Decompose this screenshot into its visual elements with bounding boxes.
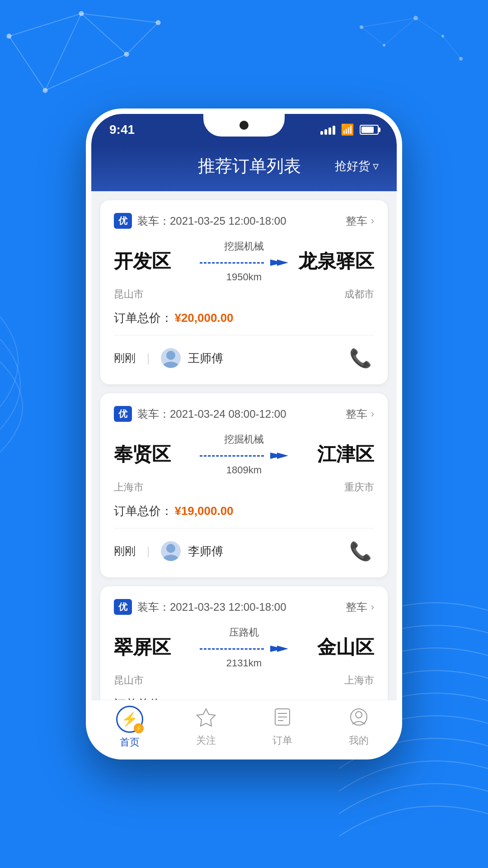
status-icons: 📶 bbox=[320, 123, 379, 136]
from-sub-city: 上海市 bbox=[114, 481, 195, 494]
route-line bbox=[200, 256, 288, 269]
route-row: 翠屏区 压路机 2131km 金山区 bbox=[114, 626, 374, 669]
svg-point-40 bbox=[356, 712, 362, 718]
nav-label-follow: 关注 bbox=[196, 734, 216, 747]
wifi-icon: 📶 bbox=[341, 123, 354, 136]
route-line bbox=[200, 449, 288, 462]
card-type: 整车 › bbox=[346, 600, 374, 614]
svg-line-1 bbox=[81, 14, 127, 54]
driver-avatar bbox=[161, 348, 181, 368]
signal-icon bbox=[320, 125, 335, 135]
lightning-badge: ⚡ bbox=[134, 723, 144, 733]
price-row: 订单总价： ¥19,000.00 bbox=[114, 503, 374, 519]
route-arrow-icon bbox=[266, 642, 288, 656]
svg-line-17 bbox=[361, 27, 384, 45]
order-list: 优 装车：2021-03-25 12:00-18:00 整车 › 开发区 挖掘机… bbox=[91, 191, 397, 700]
card-type: 整车 › bbox=[346, 407, 374, 421]
phone-icon: 📞 bbox=[349, 348, 372, 369]
sub-cities: 昆山市 上海市 bbox=[114, 674, 374, 687]
driver-info: 刚刚 ｜ 李师傅 bbox=[114, 541, 223, 561]
card-header: 优 装车：2021-03-23 12:00-18:00 整车 › bbox=[114, 599, 374, 615]
svg-line-6 bbox=[81, 14, 158, 23]
route-middle: 压路机 2131km bbox=[195, 626, 293, 669]
filter-icon: ▿ bbox=[373, 159, 379, 173]
load-time: 装车：2021-03-23 12:00-18:00 bbox=[137, 600, 286, 614]
avatar-icon bbox=[161, 348, 181, 368]
svg-point-9 bbox=[124, 52, 129, 57]
from-city: 奉贤区 bbox=[114, 442, 195, 467]
distance-label: 1809km bbox=[226, 464, 262, 476]
nav-item-orders[interactable]: 订单 bbox=[244, 707, 320, 747]
divider bbox=[114, 335, 374, 335]
nav-item-follow[interactable]: 关注 bbox=[168, 707, 244, 747]
priority-badge: 优 bbox=[114, 406, 132, 422]
card-header: 优 装车：2021-03-25 12:00-18:00 整车 › bbox=[114, 213, 374, 229]
svg-marker-27 bbox=[277, 453, 288, 459]
grab-goods-label: 抢好货 bbox=[335, 158, 370, 174]
route-line bbox=[200, 642, 288, 656]
order-card[interactable]: 优 装车：2021-03-25 12:00-18:00 整车 › 开发区 挖掘机… bbox=[100, 200, 388, 384]
svg-point-29 bbox=[163, 555, 179, 561]
status-bar: 9:41 📶 bbox=[91, 114, 397, 146]
to-sub-city: 重庆市 bbox=[293, 481, 374, 494]
to-city: 龙泉驿区 bbox=[293, 249, 374, 274]
follow-icon bbox=[196, 707, 216, 731]
svg-point-25 bbox=[163, 362, 179, 368]
cargo-name: 压路机 bbox=[229, 626, 259, 639]
svg-point-13 bbox=[383, 44, 385, 47]
svg-marker-34 bbox=[197, 709, 215, 726]
cargo-name: 挖掘机械 bbox=[224, 433, 264, 446]
priority-badge: 优 bbox=[114, 599, 132, 615]
svg-point-28 bbox=[166, 544, 175, 553]
call-button[interactable]: 📞 bbox=[347, 538, 374, 565]
card-header: 优 装车：2021-03-24 08:00-12:00 整车 › bbox=[114, 406, 374, 422]
nav-item-mine[interactable]: 我的 bbox=[320, 707, 397, 747]
time-ago: 刚刚 bbox=[114, 351, 136, 365]
nav-label-orders: 订单 bbox=[272, 734, 292, 747]
nav-label-mine: 我的 bbox=[349, 734, 369, 747]
price-row: 订单总价： ¥12,000.00 bbox=[114, 696, 374, 700]
header: 推荐订单列表 抢好货 ▿ bbox=[91, 146, 397, 191]
svg-point-10 bbox=[43, 88, 47, 93]
battery-icon bbox=[360, 125, 379, 135]
cargo-type-label: 整车 bbox=[346, 600, 367, 614]
svg-point-14 bbox=[413, 16, 418, 20]
grab-goods-button[interactable]: 抢好货 ▿ bbox=[335, 158, 379, 174]
divider bbox=[114, 528, 374, 528]
svg-line-3 bbox=[9, 36, 45, 90]
svg-line-4 bbox=[45, 14, 81, 90]
status-time: 9:41 bbox=[109, 123, 135, 137]
svg-line-20 bbox=[443, 36, 461, 59]
cargo-type-label: 整车 bbox=[346, 407, 367, 421]
svg-point-11 bbox=[156, 20, 160, 25]
card-type: 整车 › bbox=[346, 214, 374, 228]
driver-name: 王师傅 bbox=[188, 350, 223, 366]
from-sub-city: 昆山市 bbox=[114, 674, 195, 687]
route-arrow-icon bbox=[266, 449, 288, 462]
svg-line-18 bbox=[384, 18, 416, 45]
to-sub-city: 上海市 bbox=[293, 674, 374, 687]
route-row: 开发区 挖掘机械 1950km 龙泉驿区 bbox=[114, 240, 374, 283]
chevron-right-icon: › bbox=[371, 601, 374, 613]
order-card[interactable]: 优 装车：2021-03-24 08:00-12:00 整车 › 奉贤区 挖掘机… bbox=[100, 393, 388, 577]
mine-icon bbox=[349, 707, 369, 731]
route-middle: 挖掘机械 1950km bbox=[195, 240, 293, 283]
price-label: 订单总价： bbox=[114, 311, 173, 325]
nav-item-home[interactable]: ⚡ ⚡ 首页 bbox=[91, 706, 168, 749]
svg-line-19 bbox=[416, 18, 443, 36]
card-header-left: 优 装车：2021-03-23 12:00-18:00 bbox=[114, 599, 286, 615]
svg-point-8 bbox=[79, 11, 84, 16]
to-city: 江津区 bbox=[293, 442, 374, 467]
to-city: 金山区 bbox=[293, 635, 374, 660]
price-value: ¥20,000.00 bbox=[174, 311, 233, 325]
cargo-type-label: 整车 bbox=[346, 214, 367, 228]
cargo-name: 挖掘机械 bbox=[224, 240, 264, 253]
sub-cities: 上海市 重庆市 bbox=[114, 481, 374, 494]
home-icon: ⚡ ⚡ bbox=[116, 706, 143, 733]
svg-line-21 bbox=[361, 18, 416, 27]
order-card[interactable]: 优 装车：2021-03-23 12:00-18:00 整车 › 翠屏区 压路机 bbox=[100, 586, 388, 700]
priority-badge: 优 bbox=[114, 213, 132, 229]
route-middle: 挖掘机械 1809km bbox=[195, 433, 293, 476]
svg-point-24 bbox=[166, 351, 175, 360]
call-button[interactable]: 📞 bbox=[347, 344, 374, 372]
